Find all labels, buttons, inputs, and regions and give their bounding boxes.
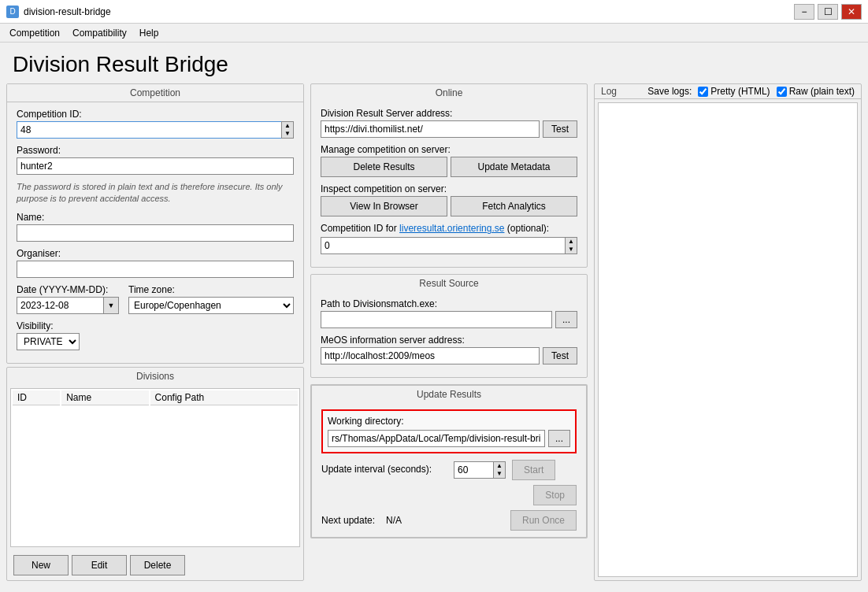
path-exe-dots-button[interactable]: ... [555, 311, 577, 328]
run-once-button[interactable]: Run Once [510, 510, 577, 531]
organiser-label: Organiser: [17, 248, 294, 259]
stop-button[interactable]: Stop [533, 485, 577, 505]
live-id-spin-down[interactable]: ▼ [566, 246, 577, 253]
manage-buttons: Delete Results Update Metadata [321, 157, 577, 177]
manage-row: Manage competition on server: Delete Res… [321, 144, 577, 177]
next-update-value: N/A [386, 515, 402, 526]
update-results-panel: Update Results Working directory: ... Up… [310, 384, 588, 538]
interval-spin-buttons: ▲ ▼ [493, 461, 506, 479]
organiser-row: Organiser: [17, 248, 294, 278]
content-area: Competition Competition ID: ▲ ▼ Password… [0, 83, 868, 587]
edit-button[interactable]: Edit [72, 555, 127, 575]
update-results-inner: Working directory: ... Update interval (… [312, 403, 586, 537]
visibility-label: Visibility: [17, 320, 294, 331]
minimize-button[interactable]: − [794, 4, 814, 20]
liveresultat-link[interactable]: liveresultat.orientering.se [399, 223, 504, 234]
online-panel-title: Online [311, 84, 587, 102]
log-area [598, 102, 858, 577]
working-dir-input[interactable] [328, 430, 545, 447]
competition-id-spin-down[interactable]: ▼ [282, 130, 293, 138]
date-input-wrap: ▼ [17, 297, 119, 314]
competition-inner: Competition ID: ▲ ▼ Password: The passwo… [7, 102, 303, 363]
meos-test-button[interactable]: Test [543, 347, 577, 364]
working-dir-label: Working directory: [328, 416, 570, 427]
interval-row: Update interval (seconds): ▲ ▼ Start [321, 460, 577, 480]
title-bar-text: division-result-bridge [24, 6, 794, 17]
name-row: Name: [17, 212, 294, 242]
name-input[interactable] [17, 224, 294, 242]
fetch-analytics-button[interactable]: Fetch Analytics [451, 196, 577, 216]
live-id-text-after: (optional): [507, 223, 549, 234]
test-server-button[interactable]: Test [543, 120, 577, 138]
divisions-table-container: ID Name Config Path [10, 388, 300, 547]
next-update-label: Next update: [321, 515, 375, 526]
window-controls: − ☐ ✕ [794, 4, 862, 20]
live-id-spin-up[interactable]: ▲ [566, 238, 577, 246]
live-id-input[interactable] [321, 237, 565, 254]
interval-spin-up[interactable]: ▲ [494, 462, 505, 470]
menu-help[interactable]: Help [133, 26, 165, 40]
meos-input-row: Test [321, 347, 577, 364]
timezone-label: Time zone: [128, 284, 294, 295]
timezone-select[interactable]: Europe/Copenhagen [128, 297, 294, 314]
inspect-row: Inspect competition on server: View In B… [321, 183, 577, 216]
password-warning: The password is stored in plain text and… [17, 181, 294, 205]
inspect-label: Inspect competition on server: [321, 183, 577, 194]
inspect-buttons: View In Browser Fetch Analytics [321, 196, 577, 216]
save-logs-label: Save logs: [647, 86, 692, 97]
app-title: Division Result Bridge [0, 43, 868, 83]
live-id-label: Competition ID for liveresultat.orienter… [321, 223, 577, 234]
path-exe-row: Path to Divisionsmatch.exe: ... [321, 298, 577, 328]
close-button[interactable]: ✕ [841, 4, 862, 20]
raw-text-checkbox[interactable] [777, 87, 787, 97]
date-timezone-row: Date (YYYY-MM-DD): ▼ Time zone: Europe/C… [17, 284, 294, 314]
live-id-row: Competition ID for liveresultat.orienter… [321, 223, 577, 254]
maximize-button[interactable]: ☐ [818, 4, 838, 20]
left-panel: Competition Competition ID: ▲ ▼ Password… [6, 83, 304, 581]
raw-text-text: Raw (plain text) [789, 86, 855, 97]
app-icon: D [6, 6, 19, 18]
divisions-panel: Divisions ID Name Config Path New Edit [6, 367, 304, 581]
divisions-panel-title: Divisions [7, 368, 303, 385]
interval-spin-down[interactable]: ▼ [494, 470, 505, 478]
col-id: ID [13, 390, 60, 405]
result-source-panel: Result Source Path to Divisionsmatch.exe… [310, 274, 588, 378]
competition-id-spin-up[interactable]: ▲ [282, 122, 293, 130]
live-id-text-before: Competition ID for [321, 223, 397, 234]
start-button[interactable]: Start [512, 460, 555, 480]
delete-results-button[interactable]: Delete Results [321, 157, 447, 177]
raw-text-label[interactable]: Raw (plain text) [777, 86, 855, 97]
visibility-select-wrap: PRIVATE PUBLIC [17, 333, 294, 350]
organiser-input[interactable] [17, 261, 294, 278]
competition-id-row: Competition ID: ▲ ▼ [17, 109, 294, 139]
visibility-select[interactable]: PRIVATE PUBLIC [17, 333, 80, 350]
working-dir-dots-button[interactable]: ... [548, 430, 570, 447]
server-address-input[interactable] [321, 120, 540, 138]
competition-panel-title: Competition [7, 84, 303, 102]
meos-address-input[interactable] [321, 347, 540, 364]
competition-id-label: Competition ID: [17, 109, 294, 120]
working-dir-section: Working directory: ... [321, 409, 577, 453]
col-config: Config Path [150, 390, 298, 405]
menu-compatibility[interactable]: Compatibility [66, 26, 133, 40]
password-input[interactable] [17, 157, 294, 175]
online-panel: Online Division Result Server address: T… [310, 83, 588, 268]
date-dropdown-button[interactable]: ▼ [103, 297, 119, 314]
view-in-browser-button[interactable]: View In Browser [321, 196, 447, 216]
next-update-row: Next update: N/A Run Once [321, 510, 577, 531]
update-metadata-button[interactable]: Update Metadata [451, 157, 577, 177]
date-input[interactable] [17, 297, 103, 314]
title-bar: D division-result-bridge − ☐ ✕ [0, 0, 868, 24]
pretty-html-checkbox[interactable] [698, 87, 708, 97]
menu-competition[interactable]: Competition [3, 26, 66, 40]
path-exe-input[interactable] [321, 311, 552, 328]
interval-input[interactable] [454, 461, 493, 479]
interval-label: Update interval (seconds): [321, 464, 447, 475]
path-exe-label: Path to Divisionsmatch.exe: [321, 298, 577, 309]
new-button[interactable]: New [13, 555, 69, 575]
delete-button[interactable]: Delete [130, 555, 185, 575]
log-title: Log [601, 86, 617, 97]
pretty-html-label[interactable]: Pretty (HTML) [698, 86, 770, 97]
pretty-html-text: Pretty (HTML) [710, 86, 770, 97]
competition-id-input[interactable] [17, 121, 281, 139]
